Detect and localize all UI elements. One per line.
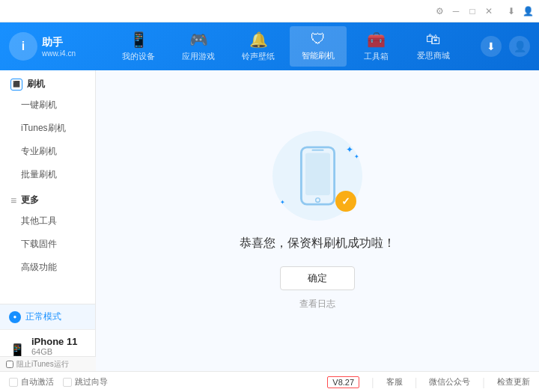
header: i 助手 www.i4.cn 📱 我的设备 🎮 应用游戏 🔔 铃声壁纸 🛡 智能… (0, 22, 539, 70)
sidebar-section-flash: ⬛ 刷机 (0, 70, 95, 94)
nav-label-shop: 爱思商城 (417, 50, 450, 61)
device-mode: ● 正常模式 (0, 304, 95, 329)
nav-label-apps-games: 应用游戏 (182, 51, 215, 62)
sidebar-section-flash-label: 刷机 (27, 78, 45, 91)
mode-text: 正常模式 (25, 310, 61, 323)
nav-icon-my-device: 📱 (130, 31, 148, 49)
sparkle-2: ✦ (354, 153, 359, 160)
bottom-right: V8.27 | 客服 | 微信公众号 | 检查更新 (327, 376, 530, 388)
logo-text: 助手 www.i4.cn (42, 36, 76, 58)
title-bar-icons: ⚙ ─ □ ✕ ⬇ 👤 (434, 6, 533, 16)
check-badge: ✓ (335, 191, 356, 212)
sidebar-item-advanced[interactable]: 高级功能 (0, 256, 95, 279)
sidebar-item-download-firmware[interactable]: 下载固件 (0, 233, 95, 256)
nav-item-smart-flash[interactable]: 🛡 智能刷机 (290, 26, 347, 67)
logo-area: i 助手 www.i4.cn (9, 32, 91, 61)
auto-activate-check[interactable] (9, 378, 18, 387)
flash-section-icon: ⬛ (10, 79, 22, 91)
sidebar: ⬛ 刷机 一键刷机 iTunes刷机 专业刷机 批量刷机 ≡ 更多 其他工具 下… (0, 70, 96, 371)
sparkle-1: ✦ (346, 144, 353, 155)
nav-item-ringtones[interactable]: 🔔 铃声壁纸 (230, 26, 287, 67)
auto-activate-label: 自动激活 (21, 376, 54, 388)
nav-icon-shop: 🛍 (426, 31, 441, 48)
download-icon[interactable]: ⬇ (506, 6, 517, 16)
nav-item-shop[interactable]: 🛍 爱思商城 (405, 26, 462, 67)
logo-icon: i (9, 32, 37, 61)
user-header-icon[interactable]: 👤 (509, 36, 530, 57)
itunes-checkbox[interactable] (6, 361, 13, 368)
sidebar-more-label: ≡ 更多 (0, 186, 95, 209)
maximize-icon[interactable]: □ (467, 6, 478, 16)
svg-point-2 (315, 198, 320, 203)
nav-right: ⬇ 👤 (481, 36, 530, 57)
nav-label-my-device: 我的设备 (122, 51, 155, 62)
nav-label-ringtones: 铃声壁纸 (242, 51, 275, 62)
nav-icon-smart-flash: 🛡 (311, 31, 326, 48)
download-header-icon[interactable]: ⬇ (481, 36, 502, 57)
skip-guide-label: 跳过向导 (75, 376, 108, 388)
wechat-link[interactable]: 微信公众号 (429, 376, 470, 388)
more-text: 更多 (21, 194, 39, 206)
content-area: ✓ ✦ ✦ ✦ 恭喜您，保资料刷机成功啦！ 确定 查看日志 (96, 70, 539, 371)
success-message: 恭喜您，保资料刷机成功啦！ (240, 236, 395, 251)
bottom-bar: 自动激活 跳过向导 阻止iTunes运行 V8.27 | 客服 | 微信公众号 … (0, 371, 539, 392)
nav-label-smart-flash: 智能刷机 (302, 50, 335, 61)
nav-label-toolbox: 工具箱 (364, 51, 389, 62)
nav-item-toolbox[interactable]: 🧰 工具箱 (350, 26, 402, 67)
sidebar-item-batch-flash[interactable]: 批量刷机 (0, 163, 95, 186)
itunes-label: 阻止iTunes运行 (16, 359, 69, 370)
svg-rect-1 (305, 153, 330, 195)
sidebar-item-pro-flash[interactable]: 专业刷机 (0, 140, 95, 163)
sidebar-item-other-tools[interactable]: 其他工具 (0, 209, 95, 233)
confirm-button[interactable]: 确定 (280, 266, 355, 290)
skip-guide-check[interactable] (63, 378, 72, 387)
title-bar: ⚙ ─ □ ✕ ⬇ 👤 (0, 0, 539, 22)
device-name: iPhone 11 (31, 336, 77, 347)
success-icon-container: ✓ ✦ ✦ ✦ (272, 131, 362, 221)
minimize-icon[interactable]: ─ (451, 6, 461, 16)
nav-item-apps-games[interactable]: 🎮 应用游戏 (170, 26, 227, 67)
phone-svg (297, 146, 338, 206)
device-storage: 64GB (31, 347, 77, 356)
mode-icon: ● (9, 311, 21, 323)
update-link[interactable]: 检查更新 (497, 376, 530, 388)
sidebar-item-itunes-flash[interactable]: iTunes刷机 (0, 117, 95, 140)
view-log-link[interactable]: 查看日志 (299, 298, 335, 310)
sidebar-item-one-key-flash[interactable]: 一键刷机 (0, 94, 95, 117)
user-icon[interactable]: 👤 (523, 6, 533, 16)
itunes-bar: 阻止iTunes运行 (0, 356, 96, 371)
version-badge: V8.27 (327, 376, 359, 388)
skip-guide-checkbox[interactable]: 跳过向导 (63, 376, 108, 388)
sparkle-3: ✦ (280, 199, 285, 206)
auto-activate-checkbox[interactable]: 自动激活 (9, 376, 54, 388)
more-icon: ≡ (10, 195, 16, 206)
nav-icon-ringtones: 🔔 (249, 31, 268, 49)
nav-icon-toolbox: 🧰 (367, 31, 386, 49)
support-link[interactable]: 客服 (386, 376, 403, 388)
logo-name: 助手 (42, 36, 76, 49)
bottom-left: 自动激活 跳过向导 (9, 376, 108, 388)
settings-icon[interactable]: ⚙ (434, 6, 445, 16)
logo-url: www.i4.cn (42, 49, 76, 58)
nav-items: 📱 我的设备 🎮 应用游戏 🔔 铃声壁纸 🛡 智能刷机 🧰 工具箱 🛍 爱思商城 (91, 26, 481, 67)
nav-item-my-device[interactable]: 📱 我的设备 (110, 26, 167, 67)
nav-icon-apps-games: 🎮 (189, 31, 208, 49)
close-icon[interactable]: ✕ (484, 6, 494, 16)
